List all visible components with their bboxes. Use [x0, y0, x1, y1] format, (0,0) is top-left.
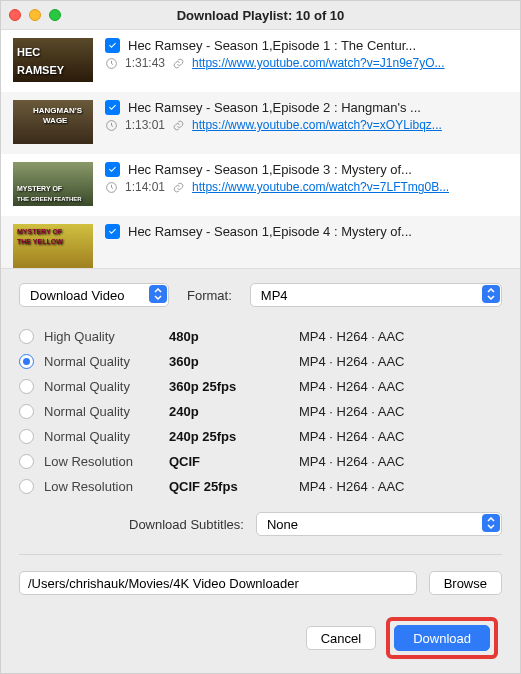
format-label: Format: [187, 288, 232, 303]
highlight-annotation: Download [386, 617, 498, 659]
quality-option[interactable]: High Quality 480p MP4 · H264 · AAC [19, 329, 502, 344]
video-thumbnail: HANGMAN'S WAGE [13, 100, 93, 144]
playlist-item[interactable]: HANGMAN'S WAGE Hec Ramsey - Season 1,Epi… [1, 92, 520, 154]
traffic-lights [9, 9, 61, 21]
radio-button[interactable] [19, 379, 34, 394]
video-info: Hec Ramsey - Season 1,Episode 3 : Myster… [105, 162, 508, 206]
subtitle-label: Download Subtitles: [129, 517, 244, 532]
divider [19, 554, 502, 555]
video-url[interactable]: https://www.youtube.com/watch?v=xOYLibqz… [192, 118, 442, 132]
maximize-window-button[interactable] [49, 9, 61, 21]
link-icon [172, 181, 185, 194]
cancel-button[interactable]: Cancel [306, 626, 376, 650]
download-button[interactable]: Download [394, 625, 490, 651]
playlist-item[interactable]: MYSTERY OF THE YELLOW Hec Ramsey - Seaso… [1, 216, 520, 269]
download-options: Download Video Format: MP4 High Quality … [1, 269, 520, 673]
video-thumbnail: HEC RAMSEY [13, 38, 93, 82]
video-url[interactable]: https://www.youtube.com/watch?v=7LFTmg0B… [192, 180, 449, 194]
quality-option[interactable]: Normal Quality 240p MP4 · H264 · AAC [19, 404, 502, 419]
clock-icon [105, 57, 118, 70]
quality-option[interactable]: Normal Quality 360p MP4 · H264 · AAC [19, 354, 502, 369]
include-checkbox[interactable] [105, 162, 120, 177]
dialog-window: Download Playlist: 10 of 10 HEC RAMSEY H… [0, 0, 521, 674]
radio-button[interactable] [19, 479, 34, 494]
minimize-window-button[interactable] [29, 9, 41, 21]
quality-option[interactable]: Normal Quality 360p 25fps MP4 · H264 · A… [19, 379, 502, 394]
quality-option[interactable]: Normal Quality 240p 25fps MP4 · H264 · A… [19, 429, 502, 444]
video-url[interactable]: https://www.youtube.com/watch?v=J1n9e7yO… [192, 56, 444, 70]
playlist-list: HEC RAMSEY Hec Ramsey - Season 1,Episode… [1, 29, 520, 269]
include-checkbox[interactable] [105, 38, 120, 53]
video-title: Hec Ramsey - Season 1,Episode 3 : Myster… [128, 162, 412, 177]
video-duration: 1:31:43 [125, 56, 165, 70]
subtitle-select[interactable]: None [256, 512, 502, 536]
video-title: Hec Ramsey - Season 1,Episode 4 : Myster… [128, 224, 412, 239]
save-path-input[interactable] [19, 571, 417, 595]
radio-button[interactable] [19, 429, 34, 444]
video-duration: 1:13:01 [125, 118, 165, 132]
video-duration: 1:14:01 [125, 180, 165, 194]
format-select[interactable]: MP4 [250, 283, 502, 307]
browse-button[interactable]: Browse [429, 571, 502, 595]
video-thumbnail: MYSTERY OF THE GREEN FEATHER [13, 162, 93, 206]
link-icon [172, 119, 185, 132]
close-window-button[interactable] [9, 9, 21, 21]
include-checkbox[interactable] [105, 100, 120, 115]
link-icon [172, 57, 185, 70]
quality-option[interactable]: Low Resolution QCIF MP4 · H264 · AAC [19, 454, 502, 469]
video-title: Hec Ramsey - Season 1,Episode 1 : The Ce… [128, 38, 416, 53]
radio-button[interactable] [19, 404, 34, 419]
radio-button[interactable] [19, 454, 34, 469]
video-title: Hec Ramsey - Season 1,Episode 2 : Hangma… [128, 100, 421, 115]
video-thumbnail: MYSTERY OF THE YELLOW [13, 224, 93, 268]
video-info: Hec Ramsey - Season 1,Episode 2 : Hangma… [105, 100, 508, 144]
radio-button[interactable] [19, 354, 34, 369]
clock-icon [105, 181, 118, 194]
titlebar: Download Playlist: 10 of 10 [1, 1, 520, 29]
quality-list: High Quality 480p MP4 · H264 · AAC Norma… [19, 329, 502, 494]
video-info: Hec Ramsey - Season 1,Episode 1 : The Ce… [105, 38, 508, 82]
quality-option[interactable]: Low Resolution QCIF 25fps MP4 · H264 · A… [19, 479, 502, 494]
include-checkbox[interactable] [105, 224, 120, 239]
playlist-item[interactable]: MYSTERY OF THE GREEN FEATHER Hec Ramsey … [1, 154, 520, 216]
clock-icon [105, 119, 118, 132]
window-title: Download Playlist: 10 of 10 [1, 8, 520, 23]
playlist-item[interactable]: HEC RAMSEY Hec Ramsey - Season 1,Episode… [1, 30, 520, 92]
video-info: Hec Ramsey - Season 1,Episode 4 : Myster… [105, 224, 508, 268]
action-select[interactable]: Download Video [19, 283, 169, 307]
radio-button[interactable] [19, 329, 34, 344]
